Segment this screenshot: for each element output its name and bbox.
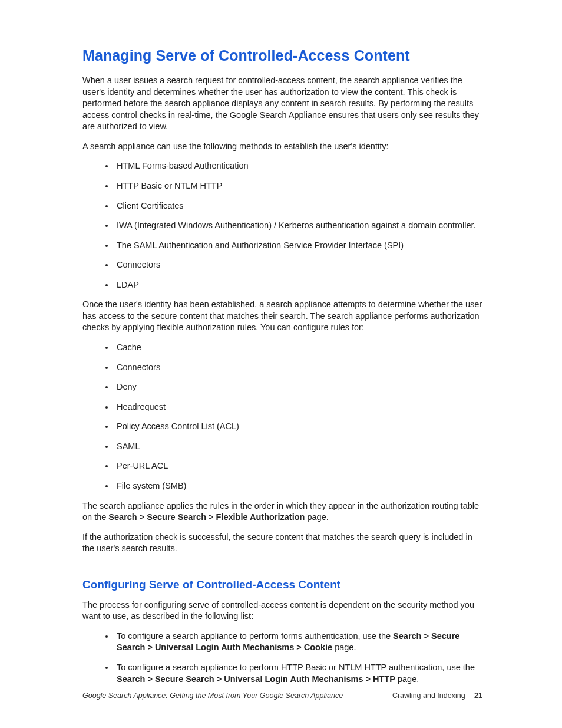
paragraph: Once the user's identity has been establ… [82,299,482,334]
list-item: Client Certificates [114,200,482,212]
page-number: 21 [474,691,482,700]
list-item: File system (SMB) [114,480,482,492]
list-item: Connectors [114,362,482,374]
list-item: Per-URL ACL [114,460,482,472]
list-item: To configure a search appliance to perfo… [114,662,482,685]
paragraph: The search appliance applies the rules i… [82,500,482,523]
footer-section-name: Crawling and Indexing [392,691,465,700]
paragraph: The process for configuring serve of con… [82,599,482,622]
menu-path: Search > Secure Search > Universal Login… [117,674,395,684]
menu-path: Search > Secure Search > Flexible Author… [108,512,305,522]
list-item: HTML Forms-based Authentication [114,160,482,172]
list-item: Cache [114,342,482,354]
list-item: Headrequest [114,401,482,413]
list-item: Connectors [114,259,482,271]
list-item: To configure a search appliance to perfo… [114,631,482,654]
list-item: Policy Access Control List (ACL) [114,421,482,433]
page-footer: Google Search Appliance: Getting the Mos… [82,691,482,700]
list-item: Deny [114,381,482,393]
bullet-list: HTML Forms-based AuthenticationHTTP Basi… [82,160,482,291]
list-item: IWA (Integrated Windows Authentication) … [114,220,482,232]
paragraph: A search appliance can use the following… [82,141,482,153]
text: To configure a search appliance to perfo… [117,663,475,672]
footer-section: Crawling and Indexing 21 [392,691,482,700]
text: To configure a search appliance to perfo… [117,631,393,641]
heading-2: Configuring Serve of Controlled-Access C… [82,578,482,591]
bullet-list: CacheConnectorsDenyHeadrequestPolicy Acc… [82,342,482,492]
text: page. [305,512,328,522]
list-item: The SAML Authentication and Authorizatio… [114,240,482,252]
document-page: Managing Serve of Controlled-Access Cont… [0,0,562,717]
text: page. [395,674,419,684]
list-item: LDAP [114,279,482,291]
paragraph: If the authorization check is successful… [82,532,482,555]
footer-doc-title: Google Search Appliance: Getting the Mos… [82,691,343,700]
list-item: SAML [114,441,482,453]
heading-1: Managing Serve of Controlled-Access Cont… [82,47,482,64]
text: page. [332,643,356,652]
list-item: HTTP Basic or NTLM HTTP [114,180,482,192]
paragraph: When a user issues a search request for … [82,75,482,133]
bullet-list: To configure a search appliance to perfo… [82,631,482,685]
